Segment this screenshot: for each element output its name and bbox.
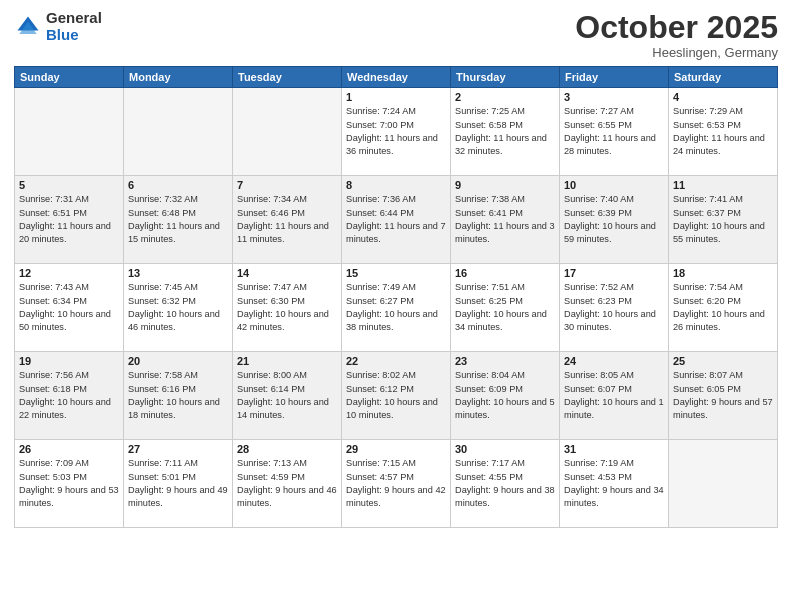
sunrise: Sunrise: 7:31 AM (19, 194, 89, 204)
day-info: Sunrise: 7:11 AMSunset: 5:01 PMDaylight:… (128, 457, 228, 510)
sunrise: Sunrise: 7:51 AM (455, 282, 525, 292)
day-info: Sunrise: 7:47 AMSunset: 6:30 PMDaylight:… (237, 281, 337, 334)
header: General Blue October 2025 Heeslingen, Ge… (14, 10, 778, 60)
day-number: 29 (346, 443, 446, 455)
sunset: Sunset: 6:05 PM (673, 384, 741, 394)
table-row: 26Sunrise: 7:09 AMSunset: 5:03 PMDayligh… (15, 440, 124, 528)
day-info: Sunrise: 7:15 AMSunset: 4:57 PMDaylight:… (346, 457, 446, 510)
day-number: 11 (673, 179, 773, 191)
sunset: Sunset: 6:34 PM (19, 296, 87, 306)
sunset: Sunset: 6:51 PM (19, 208, 87, 218)
daylight: Daylight: 11 hours and 15 minutes. (128, 221, 220, 244)
header-saturday: Saturday (669, 67, 778, 88)
day-info: Sunrise: 7:51 AMSunset: 6:25 PMDaylight:… (455, 281, 555, 334)
calendar-week-row: 19Sunrise: 7:56 AMSunset: 6:18 PMDayligh… (15, 352, 778, 440)
table-row: 12Sunrise: 7:43 AMSunset: 6:34 PMDayligh… (15, 264, 124, 352)
table-row: 11Sunrise: 7:41 AMSunset: 6:37 PMDayligh… (669, 176, 778, 264)
header-thursday: Thursday (451, 67, 560, 88)
daylight: Daylight: 10 hours and 10 minutes. (346, 397, 438, 420)
table-row: 2Sunrise: 7:25 AMSunset: 6:58 PMDaylight… (451, 88, 560, 176)
sunset: Sunset: 6:55 PM (564, 120, 632, 130)
sunrise: Sunrise: 7:15 AM (346, 458, 416, 468)
day-number: 8 (346, 179, 446, 191)
table-row: 3Sunrise: 7:27 AMSunset: 6:55 PMDaylight… (560, 88, 669, 176)
table-row: 6Sunrise: 7:32 AMSunset: 6:48 PMDaylight… (124, 176, 233, 264)
sunrise: Sunrise: 7:38 AM (455, 194, 525, 204)
sunset: Sunset: 6:53 PM (673, 120, 741, 130)
day-info: Sunrise: 8:02 AMSunset: 6:12 PMDaylight:… (346, 369, 446, 422)
header-monday: Monday (124, 67, 233, 88)
day-info: Sunrise: 7:29 AMSunset: 6:53 PMDaylight:… (673, 105, 773, 158)
sunset: Sunset: 6:12 PM (346, 384, 414, 394)
day-info: Sunrise: 8:04 AMSunset: 6:09 PMDaylight:… (455, 369, 555, 422)
day-number: 18 (673, 267, 773, 279)
day-number: 5 (19, 179, 119, 191)
title-block: October 2025 Heeslingen, Germany (575, 10, 778, 60)
day-info: Sunrise: 7:58 AMSunset: 6:16 PMDaylight:… (128, 369, 228, 422)
table-row: 16Sunrise: 7:51 AMSunset: 6:25 PMDayligh… (451, 264, 560, 352)
daylight: Daylight: 11 hours and 11 minutes. (237, 221, 329, 244)
sunset: Sunset: 4:59 PM (237, 472, 305, 482)
sunset: Sunset: 6:25 PM (455, 296, 523, 306)
daylight: Daylight: 11 hours and 32 minutes. (455, 133, 547, 156)
day-info: Sunrise: 7:43 AMSunset: 6:34 PMDaylight:… (19, 281, 119, 334)
day-info: Sunrise: 7:25 AMSunset: 6:58 PMDaylight:… (455, 105, 555, 158)
sunset: Sunset: 6:20 PM (673, 296, 741, 306)
sunset: Sunset: 6:41 PM (455, 208, 523, 218)
table-row: 27Sunrise: 7:11 AMSunset: 5:01 PMDayligh… (124, 440, 233, 528)
sunset: Sunset: 6:30 PM (237, 296, 305, 306)
logo-text: General Blue (46, 10, 102, 43)
daylight: Daylight: 10 hours and 42 minutes. (237, 309, 329, 332)
table-row: 28Sunrise: 7:13 AMSunset: 4:59 PMDayligh… (233, 440, 342, 528)
sunrise: Sunrise: 7:54 AM (673, 282, 743, 292)
sunset: Sunset: 4:53 PM (564, 472, 632, 482)
table-row: 10Sunrise: 7:40 AMSunset: 6:39 PMDayligh… (560, 176, 669, 264)
daylight: Daylight: 10 hours and 5 minutes. (455, 397, 555, 420)
day-info: Sunrise: 7:49 AMSunset: 6:27 PMDaylight:… (346, 281, 446, 334)
daylight: Daylight: 10 hours and 38 minutes. (346, 309, 438, 332)
table-row (124, 88, 233, 176)
day-number: 26 (19, 443, 119, 455)
day-info: Sunrise: 7:24 AMSunset: 7:00 PMDaylight:… (346, 105, 446, 158)
calendar-header-row: Sunday Monday Tuesday Wednesday Thursday… (15, 67, 778, 88)
logo-general: General (46, 10, 102, 27)
sunrise: Sunrise: 7:34 AM (237, 194, 307, 204)
day-number: 30 (455, 443, 555, 455)
sunrise: Sunrise: 7:43 AM (19, 282, 89, 292)
day-info: Sunrise: 7:09 AMSunset: 5:03 PMDaylight:… (19, 457, 119, 510)
calendar-week-row: 1Sunrise: 7:24 AMSunset: 7:00 PMDaylight… (15, 88, 778, 176)
table-row (233, 88, 342, 176)
page: General Blue October 2025 Heeslingen, Ge… (0, 0, 792, 612)
day-number: 3 (564, 91, 664, 103)
table-row: 24Sunrise: 8:05 AMSunset: 6:07 PMDayligh… (560, 352, 669, 440)
sunrise: Sunrise: 7:17 AM (455, 458, 525, 468)
sunset: Sunset: 6:23 PM (564, 296, 632, 306)
sunrise: Sunrise: 7:25 AM (455, 106, 525, 116)
calendar-week-row: 12Sunrise: 7:43 AMSunset: 6:34 PMDayligh… (15, 264, 778, 352)
sunset: Sunset: 6:27 PM (346, 296, 414, 306)
day-info: Sunrise: 8:00 AMSunset: 6:14 PMDaylight:… (237, 369, 337, 422)
sunrise: Sunrise: 7:47 AM (237, 282, 307, 292)
table-row: 25Sunrise: 8:07 AMSunset: 6:05 PMDayligh… (669, 352, 778, 440)
sunrise: Sunrise: 8:02 AM (346, 370, 416, 380)
day-number: 16 (455, 267, 555, 279)
table-row: 19Sunrise: 7:56 AMSunset: 6:18 PMDayligh… (15, 352, 124, 440)
day-number: 17 (564, 267, 664, 279)
calendar-week-row: 5Sunrise: 7:31 AMSunset: 6:51 PMDaylight… (15, 176, 778, 264)
table-row: 29Sunrise: 7:15 AMSunset: 4:57 PMDayligh… (342, 440, 451, 528)
sunset: Sunset: 6:16 PM (128, 384, 196, 394)
daylight: Daylight: 9 hours and 49 minutes. (128, 485, 228, 508)
day-info: Sunrise: 7:19 AMSunset: 4:53 PMDaylight:… (564, 457, 664, 510)
day-number: 24 (564, 355, 664, 367)
table-row: 21Sunrise: 8:00 AMSunset: 6:14 PMDayligh… (233, 352, 342, 440)
day-number: 31 (564, 443, 664, 455)
sunrise: Sunrise: 7:32 AM (128, 194, 198, 204)
month-title: October 2025 (575, 10, 778, 45)
sunrise: Sunrise: 7:09 AM (19, 458, 89, 468)
sunrise: Sunrise: 7:13 AM (237, 458, 307, 468)
sunrise: Sunrise: 7:36 AM (346, 194, 416, 204)
table-row: 20Sunrise: 7:58 AMSunset: 6:16 PMDayligh… (124, 352, 233, 440)
sunset: Sunset: 6:46 PM (237, 208, 305, 218)
day-info: Sunrise: 7:54 AMSunset: 6:20 PMDaylight:… (673, 281, 773, 334)
table-row: 5Sunrise: 7:31 AMSunset: 6:51 PMDaylight… (15, 176, 124, 264)
